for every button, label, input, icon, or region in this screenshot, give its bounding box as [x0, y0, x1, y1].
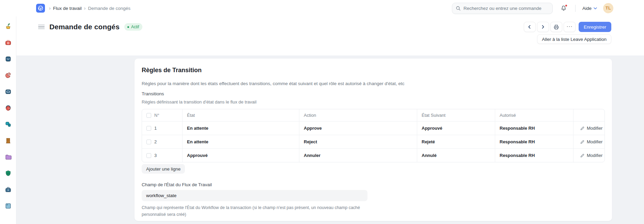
- sidebar-data-cubes-icon[interactable]: [4, 121, 12, 128]
- sidebar-camera-icon[interactable]: [4, 39, 12, 46]
- topbar-divider: [575, 5, 576, 12]
- card-subtitle: Règles pour la manière dont les états ef…: [142, 81, 605, 86]
- save-button[interactable]: Enregistrer: [579, 22, 611, 32]
- table-row: 2 En attente Reject Rejeté Responsable R…: [142, 135, 604, 148]
- page-content: Règles de Transition Règles pour la mani…: [16, 55, 644, 224]
- search-icon: [456, 6, 461, 11]
- notification-dot: [565, 4, 567, 7]
- row-number: 2: [154, 139, 157, 144]
- breadcrumb: › Flux de travail › Demande de congés: [49, 5, 130, 11]
- edit-label: Modifier: [587, 153, 602, 158]
- help-label: Aide: [582, 6, 592, 11]
- sidebar-pie-chart-icon[interactable]: [4, 71, 12, 79]
- row-number: 3: [154, 153, 157, 158]
- table-row: 1 En attente Approve Approuvé Responsabl…: [142, 121, 604, 135]
- cell-allowed[interactable]: Responsable RH: [495, 122, 573, 135]
- header-cell-actions: [573, 109, 604, 121]
- workspace-sidebar: [0, 16, 16, 224]
- cell-edit: Modifier: [573, 135, 604, 148]
- row-select-cell: 2: [142, 135, 182, 148]
- transition-rules-card: Règles de Transition Règles pour la mani…: [135, 59, 612, 221]
- edit-row-button[interactable]: Modifier: [578, 126, 602, 131]
- print-button[interactable]: [550, 22, 562, 32]
- sidebar-folder-icon[interactable]: [4, 153, 12, 161]
- cell-state[interactable]: En attente: [182, 122, 299, 135]
- cell-next-state[interactable]: Approuvé: [417, 122, 495, 135]
- workflow-state-field-input[interactable]: [142, 190, 367, 201]
- cell-action[interactable]: Reject: [299, 135, 417, 148]
- sidebar-wallet-icon[interactable]: [4, 88, 12, 95]
- edit-row-button[interactable]: Modifier: [578, 139, 602, 144]
- edit-label: Modifier: [587, 126, 602, 131]
- edit-label: Modifier: [587, 139, 602, 144]
- transitions-field-label: Transitions: [142, 91, 605, 96]
- breadcrumb-item-demande-de-conges[interactable]: Demande de congés: [88, 6, 130, 11]
- add-row-button[interactable]: Ajouter une ligne: [142, 164, 185, 174]
- row-checkbox[interactable]: [146, 140, 151, 144]
- row-number: 1: [154, 126, 157, 131]
- cell-edit: Modifier: [573, 149, 604, 162]
- sidebar-shopping-bag-icon[interactable]: [4, 55, 12, 63]
- page-header: Demande de congés Actif ···: [16, 16, 644, 55]
- pencil-icon: [580, 154, 584, 158]
- more-options-button[interactable]: ···: [564, 22, 576, 32]
- sidebar-toggle-icon[interactable]: [38, 25, 45, 29]
- transitions-table: N° État Action État Suivant Autorisé 1: [142, 109, 605, 162]
- sidebar-briefcase-icon[interactable]: [4, 186, 12, 193]
- row-select-cell: 1: [142, 122, 182, 135]
- header-cell-next-state: État Suivant: [417, 109, 495, 121]
- cell-action[interactable]: Annuler: [299, 149, 417, 162]
- table-header-row: N° État Action État Suivant Autorisé: [142, 109, 604, 121]
- goto-list-button[interactable]: Aller à la liste Leave Application: [537, 34, 611, 44]
- next-document-button[interactable]: [537, 22, 549, 32]
- header-cell-allowed: Autorisé: [495, 109, 573, 121]
- select-all-checkbox[interactable]: [146, 113, 151, 118]
- breadcrumb-separator: ›: [49, 5, 51, 11]
- cell-state[interactable]: Approuvé: [182, 149, 299, 162]
- sidebar-plant-pot-icon[interactable]: [4, 22, 12, 30]
- cell-allowed[interactable]: Responsable RH: [495, 149, 573, 162]
- app-logo-icon[interactable]: [36, 4, 45, 13]
- cell-next-state[interactable]: Annulé: [417, 149, 495, 162]
- breadcrumb-separator: ›: [84, 5, 86, 11]
- row-checkbox[interactable]: [146, 126, 151, 131]
- sidebar-building-icon[interactable]: [4, 137, 12, 144]
- cell-state[interactable]: En attente: [182, 135, 299, 148]
- header-cell-state: État: [182, 109, 299, 121]
- workflow-state-field-label: Champ de l'État du Flux de Travail: [142, 182, 605, 187]
- status-label: Actif: [131, 25, 139, 29]
- transitions-field-description: Règles définissant la transition d'état …: [142, 99, 605, 105]
- status-dot-icon: [127, 26, 129, 28]
- user-avatar[interactable]: TL: [603, 3, 613, 13]
- notifications-bell-icon[interactable]: [560, 4, 568, 12]
- card-title: Règles de Transition: [142, 67, 605, 74]
- row-checkbox[interactable]: [146, 153, 151, 158]
- help-menu[interactable]: Aide: [582, 6, 597, 11]
- header-cell-no: N°: [142, 109, 182, 121]
- row-select-cell: 3: [142, 149, 182, 162]
- chevron-down-icon: [594, 7, 597, 10]
- workflow-state-field-description: Champ qui représente l'État du Workflow …: [142, 204, 377, 218]
- column-label-no: N°: [154, 113, 159, 118]
- sidebar-shield-check-icon[interactable]: [4, 170, 12, 177]
- sidebar-notebook-icon[interactable]: [4, 202, 12, 210]
- previous-document-button[interactable]: [524, 22, 536, 32]
- table-row: 3 Approuvé Annuler Annulé Responsable RH…: [142, 148, 604, 162]
- global-search[interactable]: [452, 3, 553, 14]
- pencil-icon: [580, 140, 584, 144]
- avatar-initials: TL: [606, 6, 611, 11]
- status-badge: Actif: [124, 23, 142, 31]
- cell-action[interactable]: Approve: [299, 122, 417, 135]
- cell-next-state[interactable]: Rejeté: [417, 135, 495, 148]
- sidebar-support-headset-icon[interactable]: [4, 104, 12, 112]
- cell-allowed[interactable]: Responsable RH: [495, 135, 573, 148]
- search-input[interactable]: [464, 6, 549, 11]
- edit-row-button[interactable]: Modifier: [578, 153, 602, 158]
- header-cell-action: Action: [299, 109, 417, 121]
- page-title: Demande de congés: [49, 23, 120, 31]
- pencil-icon: [580, 126, 584, 130]
- cell-edit: Modifier: [573, 122, 604, 135]
- topbar: › Flux de travail › Demande de congés Ai…: [0, 0, 644, 16]
- breadcrumb-item-flux-de-travail[interactable]: Flux de travail: [53, 6, 82, 11]
